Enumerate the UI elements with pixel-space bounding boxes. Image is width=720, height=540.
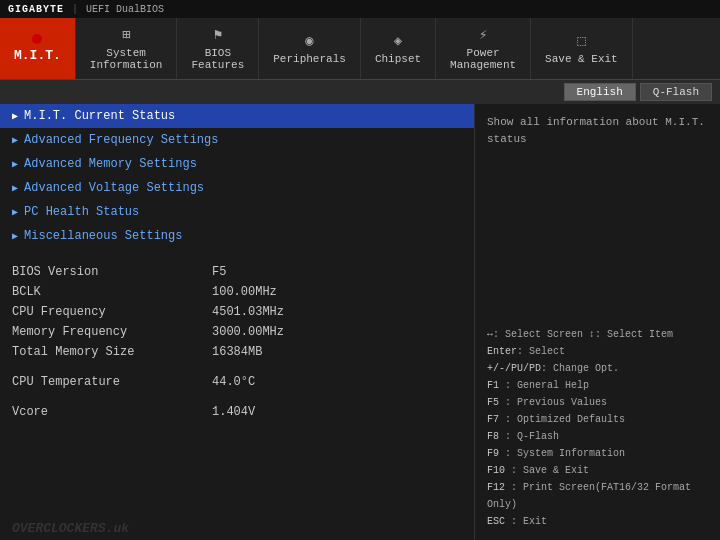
shortcut-row: F12 : Print Screen(FAT16/32 Format Only): [487, 479, 708, 513]
menu-label-adv-mem: Advanced Memory Settings: [24, 157, 197, 171]
shortcut-key: F9: [487, 448, 499, 459]
shortcut-key: +/-/PU/PD: [487, 363, 541, 374]
spacer: [12, 392, 462, 402]
help-text: Show all information about M.I.T. status: [487, 114, 708, 147]
shortcut-row: ESC : Exit: [487, 513, 708, 530]
nav-bios-features[interactable]: ⚑ BIOSFeatures: [177, 18, 259, 79]
shortcut-row: F10 : Save & Exit: [487, 462, 708, 479]
nav-mit[interactable]: M.I.T.: [0, 18, 76, 79]
bios-features-icon: ⚑: [214, 26, 222, 43]
shortcut-key: ESC: [487, 516, 505, 527]
shortcut-desc: : Q-Flash: [499, 431, 559, 442]
bclk-value: 100.00MHz: [212, 285, 277, 299]
menu-label-adv-freq: Advanced Frequency Settings: [24, 133, 218, 147]
bios-version-label: BIOS Version: [12, 265, 212, 279]
total-mem-label: Total Memory Size: [12, 345, 212, 359]
arrow-icon: ▶: [12, 110, 18, 122]
qflash-button[interactable]: Q-Flash: [640, 83, 712, 101]
arrow-icon: ▶: [12, 230, 18, 242]
mem-freq-label: Memory Frequency: [12, 325, 212, 339]
nav-chipset-label: Chipset: [375, 53, 421, 65]
left-panel: ▶ M.I.T. Current Status ▶ Advanced Frequ…: [0, 104, 475, 540]
nav-bios-features-label: BIOSFeatures: [191, 47, 244, 71]
system-info-icon: ⊞: [122, 26, 130, 43]
menu-item-adv-mem[interactable]: ▶ Advanced Memory Settings: [0, 152, 474, 176]
shortcut-row: +/-/PU/PD: Change Opt.: [487, 360, 708, 377]
top-bar: GIGABYTE | UEFI DualBIOS: [0, 0, 720, 18]
spacer: [12, 362, 462, 372]
cpu-temp-label: CPU Temperature: [12, 375, 212, 389]
cpu-freq-label: CPU Frequency: [12, 305, 212, 319]
uefi-label: UEFI DualBIOS: [86, 4, 164, 15]
mit-dot: [32, 34, 42, 44]
footer-watermark: OVERCLOCKERS.uk: [0, 517, 475, 540]
table-row: Vcore 1.404V: [12, 402, 462, 422]
arrow-icon: ▶: [12, 134, 18, 146]
shortcut-desc: : Select Screen ↕: Select Item: [493, 329, 673, 340]
table-row: BIOS Version F5: [12, 262, 462, 282]
english-button[interactable]: English: [564, 83, 636, 101]
shortcut-key: F12: [487, 482, 505, 493]
bclk-label: BCLK: [12, 285, 212, 299]
shortcut-row: F7 : Optimized Defaults: [487, 411, 708, 428]
table-row: CPU Temperature 44.0°C: [12, 372, 462, 392]
shortcut-desc: : Previous Values: [499, 397, 607, 408]
shortcut-key: F5: [487, 397, 499, 408]
shortcut-row: F8 : Q-Flash: [487, 428, 708, 445]
menu-item-misc[interactable]: ▶ Miscellaneous Settings: [0, 224, 474, 248]
vcore-label: Vcore: [12, 405, 212, 419]
mem-freq-value: 3000.00MHz: [212, 325, 284, 339]
nav-peripherals-label: Peripherals: [273, 53, 346, 65]
shortcut-row: F1 : General Help: [487, 377, 708, 394]
nav-peripherals[interactable]: ◉ Peripherals: [259, 18, 361, 79]
nav-bar: M.I.T. ⊞ SystemInformation ⚑ BIOSFeature…: [0, 18, 720, 80]
menu-item-adv-freq[interactable]: ▶ Advanced Frequency Settings: [0, 128, 474, 152]
shortcut-desc: : Exit: [505, 516, 547, 527]
shortcut-key: F8: [487, 431, 499, 442]
shortcut-row: ↔: Select Screen ↕: Select Item: [487, 326, 708, 343]
chipset-icon: ◈: [394, 32, 402, 49]
shortcut-key: F10: [487, 465, 505, 476]
arrow-icon: ▶: [12, 182, 18, 194]
menu-label-mit-current: M.I.T. Current Status: [24, 109, 175, 123]
info-table: BIOS Version F5 BCLK 100.00MHz CPU Frequ…: [0, 248, 474, 422]
arrow-icon: ▶: [12, 206, 18, 218]
menu-label-misc: Miscellaneous Settings: [24, 229, 182, 243]
shortcut-desc: : System Information: [499, 448, 625, 459]
cpu-freq-value: 4501.03MHz: [212, 305, 284, 319]
shortcut-row: F5 : Previous Values: [487, 394, 708, 411]
lang-bar: English Q-Flash: [0, 80, 720, 104]
menu-item-adv-volt[interactable]: ▶ Advanced Voltage Settings: [0, 176, 474, 200]
nav-power-label: PowerManagement: [450, 47, 516, 71]
shortcuts: ↔: Select Screen ↕: Select Item Enter: S…: [487, 326, 708, 530]
menu-item-pc-health[interactable]: ▶ PC Health Status: [0, 200, 474, 224]
separator: |: [72, 4, 78, 15]
table-row: BCLK 100.00MHz: [12, 282, 462, 302]
nav-save-exit[interactable]: ⬚ Save & Exit: [531, 18, 633, 79]
shortcut-key: F1: [487, 380, 499, 391]
shortcut-row: Enter: Select: [487, 343, 708, 360]
nav-system-info-label: SystemInformation: [90, 47, 163, 71]
shortcut-desc: : Print Screen(FAT16/32 Format Only): [487, 482, 691, 510]
shortcut-desc: : Change Opt.: [541, 363, 619, 374]
nav-system-info[interactable]: ⊞ SystemInformation: [76, 18, 178, 79]
save-exit-icon: ⬚: [577, 32, 585, 49]
shortcut-desc: : General Help: [499, 380, 589, 391]
menu-item-mit-current[interactable]: ▶ M.I.T. Current Status: [0, 104, 474, 128]
total-mem-value: 16384MB: [212, 345, 262, 359]
vcore-value: 1.404V: [212, 405, 255, 419]
power-icon: ⚡: [479, 26, 487, 43]
nav-chipset[interactable]: ◈ Chipset: [361, 18, 436, 79]
table-row: Memory Frequency 3000.00MHz: [12, 322, 462, 342]
main-area: ▶ M.I.T. Current Status ▶ Advanced Frequ…: [0, 104, 720, 540]
nav-mit-label: M.I.T.: [14, 48, 61, 63]
shortcut-desc: : Save & Exit: [505, 465, 589, 476]
shortcut-row: F9 : System Information: [487, 445, 708, 462]
nav-save-exit-label: Save & Exit: [545, 53, 618, 65]
shortcut-desc: : Select: [517, 346, 565, 357]
cpu-temp-value: 44.0°C: [212, 375, 255, 389]
bios-version-value: F5: [212, 265, 226, 279]
right-panel: Show all information about M.I.T. status…: [475, 104, 720, 540]
shortcut-desc: : Optimized Defaults: [499, 414, 625, 425]
nav-power[interactable]: ⚡ PowerManagement: [436, 18, 531, 79]
